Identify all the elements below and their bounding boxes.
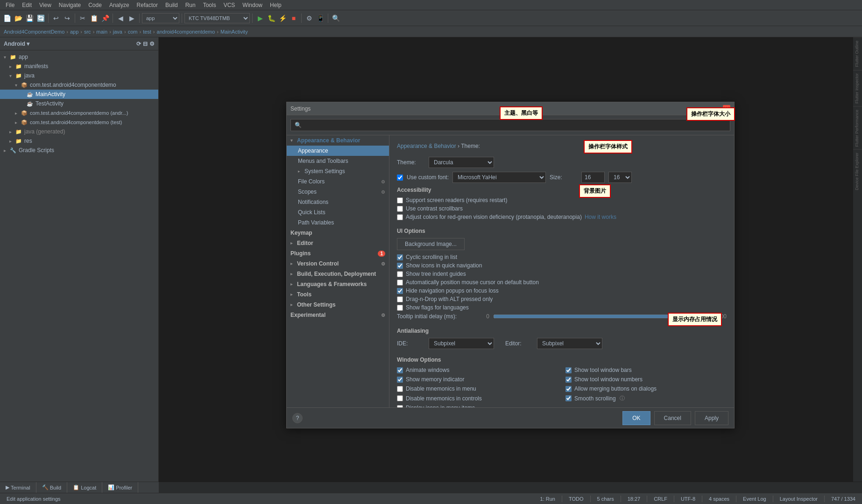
menu-tools[interactable]: Tools (199, 2, 220, 8)
device-combo[interactable]: KTC TV848DTMB (184, 13, 250, 23)
tree-other-settings[interactable]: ▸ Other Settings (287, 300, 389, 310)
hide-nav-popups-checkbox[interactable] (397, 288, 403, 294)
tree-item-com-main[interactable]: ▾ 📦 com.test.android4componentdemo (0, 80, 158, 90)
line-ending[interactable]: CRLF (651, 496, 670, 502)
paste-btn[interactable]: 📌 (100, 13, 110, 23)
menu-view[interactable]: View (35, 2, 55, 8)
menu-window[interactable]: Window (239, 2, 266, 8)
app-config-combo[interactable]: app (142, 13, 179, 23)
tree-version-control[interactable]: ▸Version Control ⚙ (287, 259, 389, 269)
forward-btn[interactable]: ▶ (127, 13, 137, 23)
tree-notifications[interactable]: Notifications (287, 197, 389, 207)
tree-menus-toolbars[interactable]: Menus and Toolbars (287, 156, 389, 166)
menu-file[interactable]: File (2, 2, 18, 8)
logcat-tab[interactable]: 📋 Logcat (67, 482, 102, 493)
tree-item-gradle[interactable]: ▸ 🔧 Gradle Scripts (0, 146, 158, 155)
encoding[interactable]: UTF-8 (678, 496, 698, 502)
run-btn[interactable]: ▶ (255, 13, 265, 23)
menu-run[interactable]: Run (182, 2, 199, 8)
support-screen-readers-checkbox[interactable] (397, 197, 403, 203)
ok-button[interactable]: OK (622, 411, 650, 425)
edit-app-settings-label[interactable]: Edit application settings (4, 496, 64, 502)
tree-plugins[interactable]: Plugins 1 (287, 248, 389, 259)
debug-btn[interactable]: 🐛 (266, 13, 276, 23)
show-icons-nav-checkbox[interactable] (397, 263, 403, 269)
android-dropdown[interactable]: Android ▾ (4, 41, 29, 47)
tree-item-res[interactable]: ▸ 📁 res (0, 136, 158, 146)
font-size-input[interactable] (581, 172, 605, 183)
line-col[interactable]: 18:27 (625, 496, 643, 502)
tree-experimental[interactable]: Experimental ⚙ (287, 310, 389, 320)
tree-item-mainactivity[interactable]: ☕ MainActivity (0, 90, 158, 99)
menu-code[interactable]: Code (85, 2, 106, 8)
menu-help[interactable]: Help (266, 2, 285, 8)
redo-btn[interactable]: ↪ (62, 13, 72, 23)
breadcrumb-test[interactable]: test (143, 29, 151, 35)
collapse-all-icon[interactable]: ⊟ (143, 41, 148, 47)
smooth-scrolling-info-icon[interactable]: ⓘ (620, 395, 625, 402)
tree-item-app[interactable]: ▾ 📁 app (0, 52, 158, 62)
tree-system-settings[interactable]: ▸ System Settings (287, 166, 389, 176)
profile-btn[interactable]: ⚡ (277, 13, 288, 23)
show-tool-window-bars-checkbox[interactable] (565, 367, 572, 373)
tree-item-manifests[interactable]: ▸ 📁 manifests (0, 62, 158, 71)
sync-btn[interactable]: 🔄 (35, 13, 46, 23)
tree-quick-lists[interactable]: Quick Lists (287, 207, 389, 217)
how-it-works-link[interactable]: How it works (585, 214, 616, 220)
font-size-dropdown[interactable]: 16 (608, 172, 632, 183)
breadcrumb-app[interactable]: app (70, 29, 78, 35)
editor-antialiasing-select[interactable]: Subpixel (537, 338, 602, 349)
tree-scopes[interactable]: Scopes ⚙ (287, 187, 389, 197)
tree-path-variables[interactable]: Path Variables (287, 217, 389, 228)
run-indicator[interactable]: 1: Run (537, 496, 558, 502)
terminal-tab[interactable]: ▶ Terminal (0, 482, 36, 493)
background-image-button[interactable]: Background Image... (397, 238, 465, 250)
use-custom-font-checkbox[interactable] (397, 175, 403, 181)
tree-editor[interactable]: ▸ Editor (287, 238, 389, 248)
avd-manager-btn[interactable]: 📱 (315, 13, 325, 23)
cut-btn[interactable]: ✂ (78, 13, 88, 23)
breadcrumb-com[interactable]: com (128, 29, 138, 35)
breadcrumb-project[interactable]: Android4ComponentDemo (4, 29, 64, 35)
profiler-tab[interactable]: 📊 Profiler (102, 482, 138, 493)
back-btn[interactable]: ◀ (115, 13, 126, 23)
tree-build-execution[interactable]: ▸ Build, Execution, Deployment (287, 269, 389, 279)
ide-antialiasing-select[interactable]: Subpixel (429, 338, 494, 349)
apply-button[interactable]: Apply (695, 411, 728, 425)
menu-navigate[interactable]: Navigate (55, 2, 85, 8)
tree-languages[interactable]: ▸ Languages & Frameworks (287, 279, 389, 289)
cyclic-scrolling-checkbox[interactable] (397, 254, 403, 260)
tree-appearance-behavior[interactable]: ▾ Appearance & Behavior (287, 135, 389, 146)
contrast-scrollbars-checkbox[interactable] (397, 206, 403, 212)
cancel-button[interactable]: Cancel (654, 411, 691, 425)
tree-file-colors[interactable]: File Colors ⚙ (287, 176, 389, 187)
undo-btn[interactable]: ↩ (51, 13, 61, 23)
smooth-scrolling-checkbox[interactable] (565, 395, 572, 401)
todo-indicator[interactable]: TODO (566, 496, 586, 502)
menu-analyze[interactable]: Analyze (106, 2, 133, 8)
breadcrumb-java[interactable]: java (113, 29, 122, 35)
show-memory-indicator-checkbox[interactable] (397, 377, 403, 383)
disable-mnemonics-menu-checkbox[interactable] (397, 386, 403, 392)
breadcrumb-mainactivity[interactable]: MainActivity (220, 29, 248, 35)
layout-inspector[interactable]: Layout Inspector (777, 496, 820, 502)
auto-position-cursor-checkbox[interactable] (397, 280, 403, 286)
adjust-colors-checkbox[interactable] (397, 214, 403, 220)
build-tab[interactable]: 🔨 Build (36, 482, 68, 493)
theme-select[interactable]: Darcula (429, 157, 494, 168)
memory-indicator[interactable]: 747 / 1334 (828, 496, 858, 502)
menu-vcs[interactable]: VCS (220, 2, 239, 8)
panel-settings-icon[interactable]: ⚙ (149, 41, 155, 47)
copy-btn[interactable]: 📋 (89, 13, 99, 23)
allow-merging-buttons-checkbox[interactable] (565, 386, 572, 392)
search-everywhere-btn[interactable]: 🔍 (331, 13, 341, 23)
tree-item-java-generated[interactable]: ▸ 📁 java (generated) (0, 127, 158, 136)
breadcrumb-main[interactable]: main (96, 29, 107, 35)
menu-build[interactable]: Build (162, 2, 182, 8)
save-btn[interactable]: 💾 (24, 13, 35, 23)
sync-project-icon[interactable]: ⟳ (136, 41, 141, 47)
menu-edit[interactable]: Edit (18, 2, 35, 8)
tree-item-com-test[interactable]: ▸ 📦 com.test.android4componentdemo (test… (0, 118, 158, 127)
tree-item-testactivity[interactable]: ☕ TestActivity (0, 99, 158, 108)
animate-windows-checkbox[interactable] (397, 367, 403, 373)
